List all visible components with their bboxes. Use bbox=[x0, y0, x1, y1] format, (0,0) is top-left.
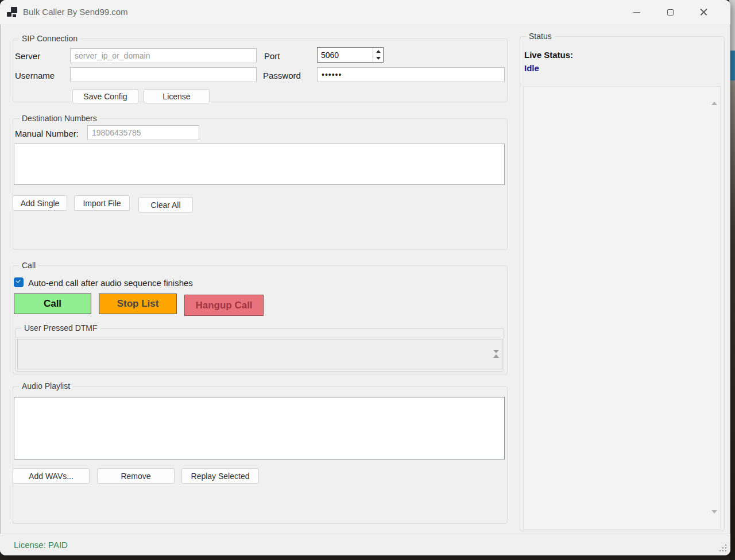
status-scroll-up-icon[interactable] bbox=[711, 92, 717, 102]
resize-grip-icon[interactable] bbox=[718, 543, 726, 551]
close-icon bbox=[700, 9, 707, 16]
manual-number-label: Manual Number: bbox=[15, 129, 79, 138]
titlebar[interactable]: Bulk Caller By Send99.com bbox=[0, 0, 730, 24]
add-single-button[interactable]: Add Single bbox=[13, 195, 67, 211]
server-input[interactable] bbox=[70, 48, 257, 63]
replay-selected-button[interactable]: Replay Selected bbox=[181, 468, 259, 484]
hangup-call-button[interactable]: Hangup Call bbox=[184, 295, 264, 316]
live-status-label: Live Status: bbox=[524, 50, 573, 60]
manual-number-input[interactable] bbox=[87, 125, 199, 140]
server-label: Server bbox=[15, 51, 40, 61]
window-title: Bulk Caller By Send99.com bbox=[23, 7, 128, 17]
checkmark-icon bbox=[16, 278, 20, 283]
port-increment-button[interactable] bbox=[373, 48, 383, 55]
save-config-button[interactable]: Save Config bbox=[72, 89, 138, 103]
license-status-text: License: PAID bbox=[14, 540, 68, 550]
maximize-button[interactable] bbox=[653, 0, 687, 24]
clear-all-button[interactable]: Clear All bbox=[138, 197, 193, 213]
destination-numbers-list[interactable] bbox=[14, 144, 505, 185]
auto-end-checkbox[interactable] bbox=[14, 277, 24, 287]
password-input[interactable] bbox=[317, 67, 505, 82]
close-button[interactable] bbox=[687, 0, 720, 24]
app-window: Bulk Caller By Send99.com SIP Connection… bbox=[0, 0, 730, 555]
import-file-button[interactable]: Import File bbox=[74, 195, 130, 211]
status-log-list[interactable] bbox=[523, 86, 721, 530]
dtmf-group-label: User Pressed DTMF bbox=[21, 323, 100, 333]
status-group-label: Status bbox=[526, 32, 555, 41]
password-label: Password bbox=[263, 71, 301, 80]
minimize-icon bbox=[633, 12, 640, 13]
status-strip: License: PAID bbox=[0, 534, 730, 555]
port-input[interactable] bbox=[318, 48, 373, 62]
live-status-value: Idle bbox=[524, 63, 539, 73]
sip-connection-group-label: SIP Connection bbox=[19, 34, 80, 43]
status-scroll-down-icon[interactable] bbox=[711, 513, 717, 524]
port-stepper[interactable] bbox=[317, 47, 384, 63]
audio-playlist-group-label: Audio Playlist bbox=[19, 381, 73, 391]
license-button[interactable]: License bbox=[144, 89, 210, 103]
stop-list-button[interactable]: Stop List bbox=[99, 293, 177, 314]
username-input[interactable] bbox=[70, 67, 257, 82]
call-button[interactable]: Call bbox=[14, 293, 91, 314]
add-wavs-button[interactable]: Add WAVs... bbox=[13, 468, 90, 484]
call-group-label: Call bbox=[19, 261, 38, 270]
auto-end-label: Auto-end call after audio sequence finis… bbox=[28, 278, 193, 288]
remove-button[interactable]: Remove bbox=[97, 468, 175, 484]
port-label: Port bbox=[264, 51, 280, 61]
spin-up-icon bbox=[376, 50, 381, 53]
port-decrement-button[interactable] bbox=[373, 55, 383, 63]
minimize-button[interactable] bbox=[620, 0, 653, 24]
dtmf-textbox[interactable] bbox=[17, 339, 502, 369]
destination-numbers-group-label: Destination Numbers bbox=[19, 114, 100, 123]
audio-playlist-list[interactable] bbox=[14, 397, 505, 459]
spin-down-icon bbox=[376, 57, 381, 60]
app-icon bbox=[7, 7, 18, 17]
maximize-icon bbox=[667, 9, 674, 16]
username-label: Username bbox=[15, 71, 55, 80]
dtmf-scroll-down-icon[interactable] bbox=[493, 353, 499, 364]
